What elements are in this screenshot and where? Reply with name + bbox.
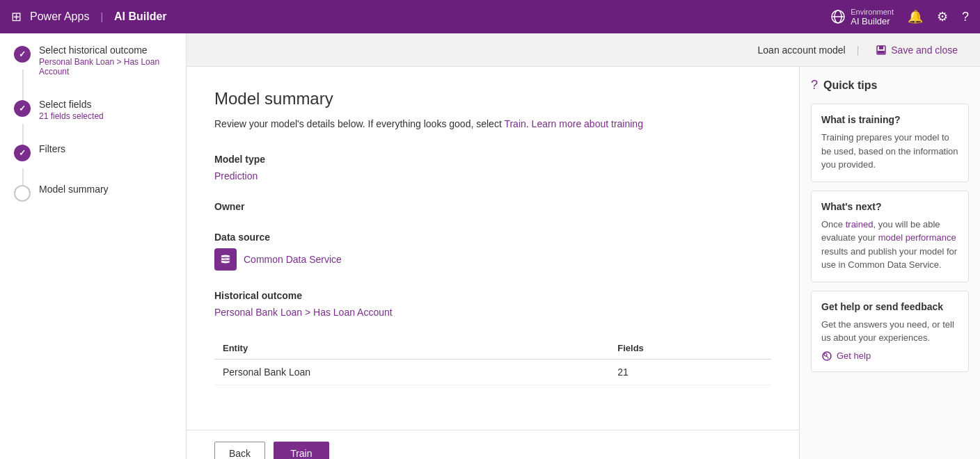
page-title: Model summary — [214, 89, 771, 108]
step-subtitle-2: 21 fields selected — [39, 111, 172, 121]
entity-table: Entity Fields Personal Bank Loan 21 — [214, 337, 771, 385]
model-performance-link[interactable]: model performance — [878, 232, 956, 243]
quick-tips-icon: ? — [811, 78, 818, 92]
fields-cell: 21 — [609, 360, 771, 385]
get-help-link[interactable]: Get help — [821, 351, 958, 362]
learn-more-link[interactable]: Learn more about training — [532, 118, 643, 129]
col-fields: Fields — [609, 337, 771, 360]
save-icon — [876, 45, 887, 56]
environment-name: AI Builder — [851, 16, 894, 26]
app-title: Power Apps — [30, 10, 89, 23]
quick-tips-title: Quick tips — [823, 79, 877, 92]
data-source-section: Data source — [214, 232, 771, 271]
step-title-1: Select historical outcome — [39, 45, 172, 56]
sidebar-item-model-summary[interactable]: Model summary — [0, 172, 186, 213]
model-type-value: Prediction — [214, 170, 771, 182]
historical-outcome-value: Personal Bank Loan > Has Loan Account — [214, 307, 771, 318]
quick-tips-header: ? Quick tips — [811, 78, 969, 92]
svg-rect-5 — [878, 51, 885, 54]
top-navigation: ⊞ Power Apps | AI Builder Environment AI… — [0, 0, 980, 33]
check-icon-2 — [19, 104, 26, 113]
table-row: Personal Bank Loan 21 — [214, 360, 771, 385]
train-button[interactable]: Train — [274, 442, 329, 459]
cds-icon — [214, 248, 237, 271]
content-header: Loan account model | Save and close — [187, 33, 980, 67]
product-title: AI Builder — [114, 10, 167, 23]
environment-icon — [831, 10, 845, 24]
tip-card-body-2: Once trained, you will be able evaluate … — [821, 218, 958, 272]
data-source-label: Data source — [214, 232, 771, 243]
historical-outcome-label: Historical outcome — [214, 290, 771, 301]
page-desc-text-2: . — [526, 118, 532, 129]
step-content-1: Select historical outcome Personal Bank … — [39, 45, 172, 76]
historical-outcome-section: Historical outcome Personal Bank Loan > … — [214, 290, 771, 318]
sidebar-item-select-fields[interactable]: Select fields 21 fields selected — [0, 88, 186, 132]
main-content: Model summary Review your model's detail… — [187, 67, 799, 430]
content-wrapper: Loan account model | Save and close Mode… — [187, 33, 980, 459]
step-content-2: Select fields 21 fields selected — [39, 99, 172, 121]
grid-icon[interactable]: ⊞ — [11, 9, 22, 24]
step-circle-1 — [14, 46, 31, 63]
save-close-button[interactable]: Save and close — [870, 42, 963, 58]
notification-icon[interactable]: 🔔 — [908, 9, 923, 24]
action-bar: Back Train — [187, 430, 799, 459]
content-area: Model summary Review your model's detail… — [187, 67, 799, 459]
tip-card-title-3: Get help or send feedback — [821, 301, 958, 312]
train-link[interactable]: Train — [504, 118, 525, 129]
check-icon-3 — [19, 148, 26, 158]
header-separator: | — [857, 45, 860, 56]
page-description: Review your model's details below. If ev… — [214, 117, 771, 131]
environment-text: Environment AI Builder — [851, 8, 894, 26]
step-subtitle-1: Personal Bank Loan > Has Loan Account — [39, 57, 172, 76]
entity-cell: Personal Bank Loan — [214, 360, 609, 385]
get-help-icon — [821, 351, 832, 362]
settings-icon[interactable]: ⚙ — [937, 9, 948, 24]
col-entity: Entity — [214, 337, 609, 360]
tip-card-title-2: What's next? — [821, 201, 958, 212]
back-button[interactable]: Back — [214, 442, 265, 459]
tip-card-title-1: What is training? — [821, 114, 958, 125]
tip-card-whats-next: What's next? Once trained, you will be a… — [811, 191, 969, 282]
tip-card-body-1: Training prepares your model to be used,… — [821, 131, 958, 172]
nav-separator: | — [100, 11, 103, 22]
tip-card-what-is-training: What is training? Training prepares your… — [811, 104, 969, 182]
scrollable-area: Model summary Review your model's detail… — [187, 67, 980, 459]
step-circle-4 — [14, 185, 31, 202]
get-help-label: Get help — [837, 351, 871, 361]
data-source-block: Common Data Service — [214, 248, 771, 271]
main-container: Select historical outcome Personal Bank … — [0, 33, 980, 459]
sidebar: Select historical outcome Personal Bank … — [0, 33, 187, 459]
cds-label: Common Data Service — [244, 254, 342, 265]
model-type-label: Model type — [214, 154, 771, 165]
step-circle-2 — [14, 100, 31, 117]
svg-point-17 — [824, 353, 827, 356]
environment-info: Environment AI Builder — [831, 8, 894, 26]
step-title-4: Model summary — [39, 184, 172, 195]
trained-link[interactable]: trained — [846, 219, 874, 230]
owner-section: Owner — [214, 201, 771, 212]
save-close-label: Save and close — [891, 45, 958, 56]
right-panel: ? Quick tips What is training? Training … — [799, 67, 980, 459]
svg-rect-4 — [879, 46, 883, 49]
topnav-right: Environment AI Builder 🔔 ⚙ ? — [831, 8, 969, 26]
sidebar-item-historical-outcome[interactable]: Select historical outcome Personal Bank … — [0, 33, 186, 88]
model-type-section: Model type Prediction — [214, 154, 771, 182]
model-name-label: Loan account model — [758, 45, 846, 56]
step-content-4: Model summary — [39, 184, 172, 195]
page-desc-text-1: Review your model's details below. If ev… — [214, 118, 504, 129]
tip-card-get-help: Get help or send feedback Get the answer… — [811, 291, 969, 372]
step-content-3: Filters — [39, 143, 172, 156]
step-circle-3 — [14, 145, 31, 161]
database-icon — [219, 253, 232, 266]
check-icon-1 — [19, 49, 26, 59]
sidebar-item-filters[interactable]: Filters — [0, 132, 186, 172]
step-title-3: Filters — [39, 143, 172, 154]
owner-label: Owner — [214, 201, 771, 212]
help-icon[interactable]: ? — [962, 10, 969, 24]
tip-card-body-3: Get the answers you need, or tell us abo… — [821, 318, 958, 345]
step-title-2: Select fields — [39, 99, 172, 110]
environment-label: Environment — [851, 8, 894, 16]
